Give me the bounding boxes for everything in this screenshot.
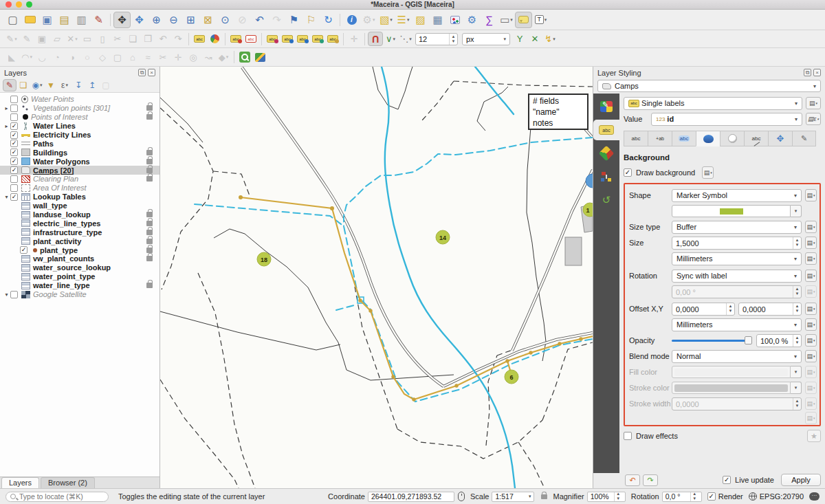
scale-lock-icon[interactable]	[541, 494, 547, 499]
size-unit-combo[interactable]: Millimeters▾	[672, 252, 802, 265]
data-defined-override-icon[interactable]	[805, 237, 817, 249]
spinner-arrows-icon[interactable]: ▲▼	[793, 303, 801, 315]
layer-row[interactable]: Google Satellite	[0, 290, 160, 299]
layer-visibility-checkbox[interactable]	[10, 193, 18, 201]
zoom-to-selection[interactable]: ⊠	[199, 12, 217, 28]
show-hide-labels[interactable]	[280, 32, 295, 46]
draw-background-checkbox[interactable]	[624, 168, 632, 177]
layer-visibility-checkbox[interactable]	[10, 291, 18, 298]
save-project[interactable]: ▣	[38, 12, 56, 28]
layer-visibility-checkbox[interactable]	[10, 140, 18, 147]
size-type-combo[interactable]: Buffer▾	[672, 221, 802, 234]
toggle-editing[interactable]: ✎	[19, 32, 34, 46]
circular-string-curve[interactable]: ◠	[19, 50, 34, 65]
spinner-arrows-icon[interactable]: ▲▼	[690, 492, 698, 501]
close-panel-icon[interactable]: ×	[148, 69, 155, 76]
layer-row[interactable]: plant_type	[0, 245, 160, 254]
tab-shadow[interactable]	[720, 131, 744, 146]
spinner-arrows-icon[interactable]: ▲▼	[793, 335, 801, 347]
snap-on-intersection[interactable]: ✕	[527, 32, 542, 46]
current-edits[interactable]: ✎	[4, 32, 19, 46]
layer-row[interactable]: vw_plant_counts	[0, 254, 160, 263]
apply-button[interactable]: Apply	[781, 474, 821, 486]
layer-row[interactable]: Vegetation points [301]	[0, 104, 160, 113]
layer-row[interactable]: Area Of Interest	[0, 184, 160, 193]
opacity-spinner[interactable]: 100,0 %▲▼	[756, 334, 802, 347]
open-layer-styling-panel[interactable]: ✎	[3, 79, 16, 91]
zoom-to-layer[interactable]: ⊙	[217, 12, 234, 28]
circle-2-points[interactable]: ◔	[50, 50, 65, 65]
rectangle[interactable]: ▢	[110, 50, 125, 65]
tab-text[interactable]	[624, 131, 648, 146]
move-feature[interactable]: ▭	[80, 32, 95, 46]
zoom-next[interactable]: ↷	[268, 12, 285, 28]
layer-row[interactable]: Water Lines	[0, 122, 160, 131]
vertex-tool[interactable]: ✕	[65, 32, 80, 46]
layer-row[interactable]: plant_activity	[0, 237, 160, 245]
offset-x-spinner[interactable]: 0,0000▲▼	[672, 303, 735, 316]
layer-visibility-checkbox[interactable]	[20, 246, 28, 254]
regular-polygon[interactable]: ⌂	[125, 50, 140, 65]
size-spinner[interactable]: 1,5000▲▼	[672, 237, 802, 250]
spinner-arrows-icon[interactable]: ▲▼	[793, 237, 801, 249]
rotation-combo[interactable]: Sync with label▾	[672, 270, 802, 283]
layer-row[interactable]: water_line_type	[0, 281, 160, 290]
pan-map[interactable]: ✥	[113, 12, 131, 28]
select-features-by-value[interactable]: ☰	[395, 12, 412, 28]
expander-icon[interactable]	[3, 123, 10, 129]
map-canvas[interactable]: 18 14 6 1 # fields "name" notes	[160, 67, 593, 488]
magnifier-spinner[interactable]: 100%▲▼	[587, 492, 626, 502]
layer-row[interactable]: electric_line_types	[0, 219, 160, 228]
topological-editing[interactable]: Y	[512, 32, 527, 46]
text-annotation-box[interactable]: # fields "name" notes	[528, 94, 588, 130]
close-panel-icon[interactable]: ×	[813, 69, 821, 76]
slider-handle[interactable]	[745, 336, 752, 344]
fill-ring[interactable]: ≈	[140, 50, 155, 65]
save-layer-edits[interactable]: ▣	[34, 32, 50, 46]
layer-visibility-checkbox[interactable]	[10, 184, 18, 192]
snapping-type[interactable]: ⋱	[398, 32, 413, 46]
spinner-arrows-icon[interactable]: ▲▼	[449, 34, 457, 45]
remove-layer[interactable]: ▢	[99, 79, 113, 91]
open-project[interactable]	[21, 12, 38, 28]
data-defined-override-icon[interactable]	[805, 318, 817, 331]
statistical-summary[interactable]: ∑	[481, 12, 498, 28]
split-features[interactable]: ✂	[155, 50, 170, 65]
symbol-dropdown[interactable]: ▾	[791, 205, 802, 217]
tab-background[interactable]	[696, 131, 720, 146]
tab-symbology[interactable]	[595, 96, 617, 117]
tab-formatting[interactable]	[648, 131, 672, 146]
layer-row[interactable]: Points of Interest	[0, 113, 160, 122]
rotation-spinner[interactable]: 0,0 °▲▼	[662, 492, 702, 502]
enable-tracing[interactable]: ↯	[542, 32, 558, 46]
move-label-diagram[interactable]	[265, 32, 280, 46]
new-print-layout[interactable]: ▤	[56, 12, 73, 28]
data-defined-override-icon[interactable]	[805, 221, 817, 233]
text-annotation[interactable]	[532, 12, 549, 28]
data-defined-override-icon[interactable]	[805, 350, 817, 362]
layer-row[interactable]: Electricity Lines	[0, 131, 160, 140]
tab-callouts[interactable]	[744, 131, 768, 146]
expression-button[interactable]: ε	[806, 113, 821, 125]
float-panel-icon[interactable]: ⧉	[138, 69, 146, 76]
layer-visibility-checkbox[interactable]	[10, 122, 18, 130]
pan-to-selection[interactable]: ✥	[131, 12, 148, 28]
layer-row[interactable]: Buildings	[0, 148, 160, 157]
add-feature[interactable]: ▱	[50, 32, 65, 46]
live-update-checkbox[interactable]	[723, 476, 731, 484]
tab-layers[interactable]: Layers	[1, 477, 39, 488]
mouse-position-icon[interactable]	[458, 492, 465, 501]
spinner-arrows-icon[interactable]: ▲▼	[614, 492, 622, 501]
expander-icon[interactable]	[3, 105, 10, 111]
tab-rendering[interactable]	[792, 131, 816, 146]
snapping-tolerance-spinner[interactable]: 12 ▲▼	[415, 33, 458, 45]
value-field-combo[interactable]: 123 id ▾	[651, 113, 802, 126]
rotate-feature[interactable]: ◆	[216, 50, 231, 65]
styling-layer-combo[interactable]: Camps ▾	[597, 80, 821, 92]
zoom-last[interactable]: ↶	[251, 12, 268, 28]
new-spatial-bookmark[interactable]: ⚑	[285, 12, 302, 28]
layer-row[interactable]: Water Points	[0, 95, 160, 104]
trim-extend[interactable]: ↝	[201, 50, 216, 65]
layer-row[interactable]: landuse_lookup	[0, 210, 160, 219]
layer-row[interactable]: Clearing Plan	[0, 175, 160, 184]
